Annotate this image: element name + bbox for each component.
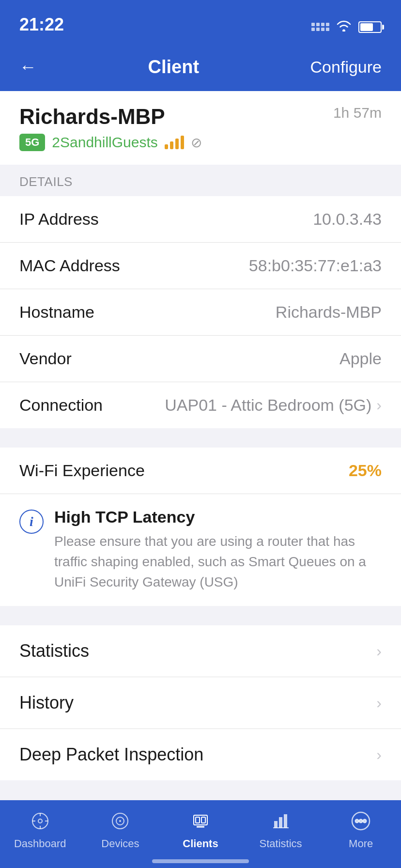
clients-tab-label: Clients xyxy=(183,837,218,850)
hostname-row: Hostname Richards-MBP xyxy=(0,289,401,336)
history-label: History xyxy=(19,693,74,713)
svg-rect-11 xyxy=(201,817,205,823)
spacer-1 xyxy=(0,428,401,448)
vendor-label: Vendor xyxy=(19,349,72,368)
alert-content: High TCP Latency Please ensure that you … xyxy=(54,508,382,592)
spacer-2 xyxy=(0,606,401,625)
tab-devices[interactable]: Devices xyxy=(80,808,161,850)
vendor-value: Apple xyxy=(339,349,382,368)
svg-point-18 xyxy=(359,820,363,823)
statistics-icon xyxy=(268,808,293,834)
wifi-experience-row: Wi-Fi Experience 25% xyxy=(0,448,401,494)
svg-point-8 xyxy=(119,820,121,822)
nav-title: Client xyxy=(148,57,200,78)
alert-description: Please ensure that you are using a route… xyxy=(54,531,382,592)
connection-text: UAP01 - Attic Bedroom (5G) xyxy=(165,396,371,415)
svg-point-1 xyxy=(38,819,42,823)
tab-dashboard[interactable]: Dashboard xyxy=(0,808,80,850)
mac-address-label: MAC Address xyxy=(19,256,120,275)
ip-address-value: 10.0.3.43 xyxy=(313,210,382,229)
tab-statistics[interactable]: Statistics xyxy=(241,808,321,850)
statistics-tab-label: Statistics xyxy=(260,837,302,850)
details-section-header: DETAILS xyxy=(0,165,401,196)
tab-bar: Dashboard Devices Clients xyxy=(0,800,401,868)
client-info: Richards-MBP 5G 2SandhillGuests ⊘ xyxy=(19,105,202,151)
svg-rect-15 xyxy=(284,814,287,828)
alert-title: High TCP Latency xyxy=(54,508,382,527)
dpi-label: Deep Packet Inspection xyxy=(19,744,203,765)
battery-icon xyxy=(358,21,382,33)
client-name: Richards-MBP xyxy=(19,105,202,129)
dashboard-tab-label: Dashboard xyxy=(14,837,66,850)
svg-point-17 xyxy=(355,820,359,823)
connection-chevron-icon: › xyxy=(376,396,382,414)
statistics-label: Statistics xyxy=(19,641,89,661)
network-name: 2SandhillGuests xyxy=(52,134,157,151)
statistics-chevron-icon: › xyxy=(376,642,382,660)
ip-address-label: IP Address xyxy=(19,210,99,229)
clients-icon xyxy=(188,808,213,834)
info-icon: i xyxy=(19,510,44,534)
wifi-icon xyxy=(336,19,352,35)
signal-bars-icon xyxy=(165,136,184,149)
mac-address-value: 58:b0:35:77:e1:a3 xyxy=(249,256,382,275)
details-section: IP Address 10.0.3.43 MAC Address 58:b0:3… xyxy=(0,196,401,428)
nav-bar: ← Client Configure xyxy=(0,43,401,91)
wifi-experience-value: 25% xyxy=(349,461,382,480)
client-network-row: 5G 2SandhillGuests ⊘ xyxy=(19,134,202,151)
status-time: 21:22 xyxy=(19,15,64,35)
hostname-label: Hostname xyxy=(19,303,94,322)
history-nav-item[interactable]: History › xyxy=(0,677,401,729)
more-icon xyxy=(348,808,373,834)
history-chevron-icon: › xyxy=(376,694,382,712)
connection-value: UAP01 - Attic Bedroom (5G) › xyxy=(165,396,382,415)
tab-more[interactable]: More xyxy=(321,808,401,850)
status-bar: 21:22 xyxy=(0,0,401,43)
nav-list: Statistics › History › Deep Packet Inspe… xyxy=(0,625,401,780)
status-icons xyxy=(311,19,382,35)
statistics-nav-item[interactable]: Statistics › xyxy=(0,625,401,677)
more-tab-label: More xyxy=(349,837,373,850)
devices-icon xyxy=(108,808,133,834)
vendor-row: Vendor Apple xyxy=(0,336,401,382)
content-area: Richards-MBP 5G 2SandhillGuests ⊘ 1h 57m… xyxy=(0,91,401,858)
tab-clients[interactable]: Clients xyxy=(160,808,241,850)
badge-5g: 5G xyxy=(19,134,45,151)
svg-rect-14 xyxy=(279,817,282,828)
leaf-icon: ⊘ xyxy=(191,135,202,151)
client-header: Richards-MBP 5G 2SandhillGuests ⊘ 1h 57m xyxy=(0,91,401,165)
connection-label: Connection xyxy=(19,396,103,415)
mac-address-row: MAC Address 58:b0:35:77:e1:a3 xyxy=(0,243,401,289)
hostname-value: Richards-MBP xyxy=(276,303,382,322)
dpi-chevron-icon: › xyxy=(376,746,382,764)
signal-dots-icon xyxy=(311,23,329,31)
svg-rect-13 xyxy=(274,821,278,828)
alert-row: i High TCP Latency Please ensure that yo… xyxy=(0,494,401,606)
wifi-experience-label: Wi-Fi Experience xyxy=(19,461,145,480)
dashboard-icon xyxy=(28,808,53,834)
configure-button[interactable]: Configure xyxy=(310,58,382,77)
home-indicator xyxy=(152,859,249,863)
connection-row[interactable]: Connection UAP01 - Attic Bedroom (5G) › xyxy=(0,382,401,428)
svg-rect-10 xyxy=(196,817,200,823)
back-button[interactable]: ← xyxy=(19,57,37,77)
details-section-label: DETAILS xyxy=(19,174,73,189)
devices-tab-label: Devices xyxy=(101,837,139,850)
svg-point-19 xyxy=(363,820,367,823)
dpi-nav-item[interactable]: Deep Packet Inspection › xyxy=(0,729,401,780)
ip-address-row: IP Address 10.0.3.43 xyxy=(0,196,401,243)
client-uptime: 1h 57m xyxy=(333,105,382,121)
